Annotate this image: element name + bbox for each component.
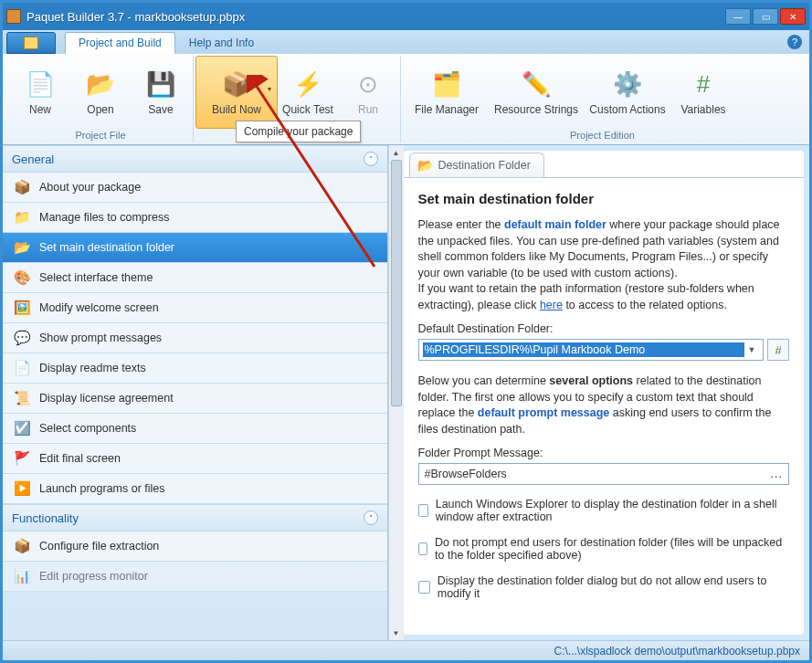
- content-area: General ˄ 📦 About your package 📁 Manage …: [3, 145, 809, 640]
- sidebar-item-progress[interactable]: 📊 Edit progress monitor: [3, 562, 387, 592]
- file-manager-icon: 🗂️: [431, 68, 462, 100]
- variables-icon: #: [688, 68, 719, 100]
- theme-icon: 🎨: [12, 269, 32, 286]
- label-prompt-msg: Folder Prompt Message:: [418, 447, 790, 459]
- dropdown-arrow-icon[interactable]: ▼: [744, 345, 759, 354]
- extract-icon: 📦: [12, 538, 32, 554]
- build-now-button[interactable]: 📦 Build Now ▾: [195, 56, 278, 129]
- app-icon: [6, 9, 21, 24]
- maximize-button[interactable]: ▭: [753, 8, 778, 25]
- status-bar: C:\...\xlspadlock demo\output\markbookse…: [3, 640, 809, 660]
- new-icon: 📄: [25, 68, 56, 100]
- sidebar-item-prompt[interactable]: 💬 Show prompt messages: [3, 323, 387, 353]
- sidebar-section-general[interactable]: General ˄: [3, 145, 387, 173]
- intro-paragraph: Please enter the default main folder whe…: [418, 217, 790, 313]
- save-label: Save: [148, 103, 173, 116]
- tab-project-build[interactable]: Project and Build: [65, 32, 175, 54]
- hash-button[interactable]: #: [767, 339, 789, 361]
- chevron-up-icon[interactable]: ˄: [364, 152, 378, 166]
- checkbox-no-prompt[interactable]: Do not prompt end users for destination …: [418, 536, 790, 562]
- options-paragraph: Below you can determine several options …: [418, 374, 790, 437]
- dropdown-arrow-icon[interactable]: ▾: [268, 85, 271, 93]
- window-title: Paquet Builder 3.7 - markbooksetup.pbpx: [26, 10, 725, 24]
- sidebar-item-launch[interactable]: ▶️ Launch programs or files: [3, 474, 387, 504]
- sidebar-item-welcome[interactable]: 🖼️ Modify welcome screen: [3, 293, 387, 323]
- scroll-down-icon[interactable]: ▼: [389, 626, 404, 640]
- custom-actions-button[interactable]: ⚙️ Custom Actions: [582, 56, 673, 129]
- title-bar: Paquet Builder 3.7 - markbooksetup.pbpx …: [3, 3, 809, 30]
- folder-open-icon: 📂: [12, 239, 32, 256]
- app-menu-icon: [24, 37, 38, 49]
- app-window: Paquet Builder 3.7 - markbooksetup.pbpx …: [3, 3, 809, 660]
- scroll-thumb[interactable]: [391, 160, 402, 406]
- label-default-dest: Default Destination Folder:: [418, 322, 790, 335]
- group-file-label: Project File: [10, 129, 191, 142]
- file-manager-label: File Manager: [415, 103, 479, 116]
- checkbox-readonly-dialog[interactable]: Display the destination folder dialog bu…: [418, 574, 790, 600]
- open-icon: 📂: [85, 68, 116, 100]
- scroll-up-icon[interactable]: ▲: [389, 145, 404, 160]
- resource-strings-button[interactable]: ✏️ Resource Strings: [490, 56, 582, 129]
- sidebar-item-license[interactable]: 📜 Display license agreement: [3, 384, 387, 414]
- components-icon: ☑️: [12, 420, 32, 437]
- variables-label: Variables: [680, 103, 725, 116]
- sidebar-item-readme[interactable]: 📄 Display readme texts: [3, 353, 387, 384]
- flag-icon: 🚩: [12, 450, 32, 467]
- resource-strings-icon: ✏️: [521, 68, 552, 100]
- minimize-button[interactable]: —: [725, 8, 751, 25]
- license-icon: 📜: [12, 390, 32, 406]
- application-menu-button[interactable]: [6, 32, 56, 54]
- chevron-up-icon[interactable]: ˄: [364, 510, 378, 525]
- sidebar-item-final[interactable]: 🚩 Edit final screen: [3, 444, 387, 474]
- progress-icon: 📊: [12, 568, 32, 584]
- default-dest-value: %PROGFILESDIR%\Pupil Markbook Demo: [423, 342, 745, 357]
- default-dest-combo[interactable]: %PROGFILESDIR%\Pupil Markbook Demo ▼: [418, 339, 765, 361]
- file-manager-button[interactable]: 🗂️ File Manager: [403, 56, 490, 129]
- sidebar-item-components[interactable]: ☑️ Select components: [3, 414, 387, 444]
- open-button[interactable]: 📂 Open: [70, 56, 131, 129]
- quick-test-label: Quick Test: [282, 103, 333, 116]
- open-label: Open: [87, 103, 113, 116]
- run-button[interactable]: ⊙ Run: [338, 56, 398, 129]
- functionality-label: Functionality: [12, 511, 79, 525]
- sidebar-item-about[interactable]: 📦 About your package: [3, 173, 387, 203]
- checkbox-launch-explorer[interactable]: Launch Windows Explorer to display the d…: [418, 498, 790, 523]
- ribbon-tab-strip: Project and Build Help and Info ?: [3, 30, 809, 54]
- new-button[interactable]: 📄 New: [10, 56, 70, 129]
- prompt-message-input[interactable]: #BrowseFolders ...: [418, 463, 790, 485]
- build-icon: 📦: [221, 68, 252, 100]
- main-body: Set main destination folder Please enter…: [404, 177, 805, 635]
- sidebar-item-theme[interactable]: 🎨 Select interface theme: [3, 263, 387, 293]
- browse-button[interactable]: ...: [766, 468, 783, 480]
- welcome-icon: 🖼️: [12, 300, 32, 316]
- status-path: C:\...\xlspadlock demo\output\markbookse…: [554, 645, 800, 658]
- tab-help-info[interactable]: Help and Info: [175, 32, 268, 54]
- here-link[interactable]: here: [540, 299, 563, 311]
- ribbon-group-project-file: 📄 New 📂 Open 💾 Save Project File: [8, 56, 194, 142]
- close-button[interactable]: ✕: [780, 8, 806, 25]
- box-icon: 📦: [12, 179, 32, 195]
- sidebar-section-functionality[interactable]: Functionality ˄: [3, 504, 387, 531]
- checkbox-icon[interactable]: [418, 581, 430, 594]
- checkbox-icon[interactable]: [418, 504, 428, 517]
- ribbon: 📄 New 📂 Open 💾 Save Project File 📦 Build: [3, 54, 809, 145]
- run-label: Run: [358, 103, 378, 116]
- folder-icon: 📁: [12, 209, 32, 226]
- save-icon: 💾: [145, 68, 176, 100]
- quick-test-button[interactable]: ⚡ Quick Test: [278, 56, 338, 129]
- build-label: Build Now: [212, 103, 261, 116]
- help-icon[interactable]: ?: [787, 35, 802, 49]
- main-panel: 📂 Destination Folder Set main destinatio…: [404, 151, 805, 635]
- folder-tab-icon: 📂: [417, 158, 433, 173]
- sidebar-item-extraction[interactable]: 📦 Configure file extraction: [3, 531, 387, 562]
- sidebar-item-destination[interactable]: 📂 Set main destination folder: [3, 233, 387, 263]
- sidebar-scrollbar[interactable]: ▲ ▼: [388, 145, 404, 640]
- custom-actions-label: Custom Actions: [589, 103, 665, 116]
- variables-button[interactable]: # Variables: [673, 56, 733, 129]
- main-tab-destination[interactable]: 📂 Destination Folder: [409, 153, 544, 177]
- save-button[interactable]: 💾 Save: [131, 56, 191, 129]
- custom-actions-icon: ⚙️: [612, 68, 643, 100]
- sidebar-item-manage-files[interactable]: 📁 Manage files to compress: [3, 203, 387, 233]
- group-edition-label: Project Edition: [403, 129, 802, 142]
- checkbox-icon[interactable]: [418, 542, 428, 555]
